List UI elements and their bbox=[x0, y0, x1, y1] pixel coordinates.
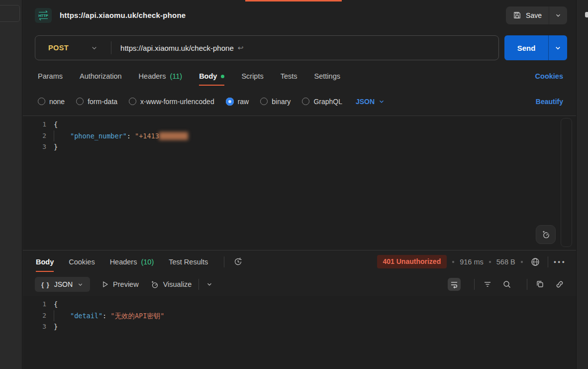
request-body-editor[interactable]: 1 { 2 "phone_number": "+1413████████ 3 } bbox=[23, 116, 576, 250]
radio-icon bbox=[76, 98, 84, 105]
search-icon bbox=[502, 280, 511, 289]
response-tab-cookies[interactable]: Cookies bbox=[69, 258, 95, 266]
response-history-button[interactable] bbox=[231, 255, 245, 268]
url-box-divider bbox=[111, 41, 111, 54]
tab-headers[interactable]: Headers (11) bbox=[139, 72, 183, 80]
send-options-button[interactable] bbox=[549, 35, 567, 60]
tab-params[interactable]: Params bbox=[38, 72, 63, 80]
method-selector[interactable] bbox=[91, 44, 98, 52]
headers-count: (11) bbox=[170, 72, 182, 80]
send-button-group: Send bbox=[504, 35, 567, 60]
token-key: "detail" bbox=[70, 312, 102, 320]
response-format-selector[interactable]: { } JSON bbox=[35, 277, 90, 292]
copy-button[interactable] bbox=[534, 278, 547, 291]
response-header-divider bbox=[224, 256, 224, 267]
indent-guide bbox=[54, 310, 70, 321]
save-options-button[interactable] bbox=[549, 6, 567, 24]
tab-body[interactable]: Body bbox=[199, 72, 224, 80]
response-tab-test-results[interactable]: Test Results bbox=[169, 258, 208, 266]
link-button[interactable] bbox=[553, 278, 566, 291]
url-input[interactable]: https://api.xiaomu.uk/check-phone bbox=[120, 44, 234, 52]
mode-form-data[interactable]: form-data bbox=[76, 98, 117, 106]
save-button-label: Save bbox=[526, 11, 542, 19]
status-badge[interactable]: 401 Unauthorized bbox=[377, 255, 447, 268]
visualize-button[interactable]: Visualize bbox=[150, 280, 192, 289]
mode-graphql[interactable]: GraphQL bbox=[302, 98, 342, 106]
redacted-phone-digits: ████████ bbox=[159, 132, 188, 140]
token-colon: : bbox=[102, 312, 110, 320]
token-brace: { bbox=[54, 121, 58, 128]
visualize-sparkle-icon bbox=[150, 280, 159, 289]
code-line: 1 { bbox=[23, 119, 576, 130]
line-number: 2 bbox=[23, 310, 54, 322]
token-colon: : bbox=[127, 132, 135, 140]
save-icon bbox=[513, 11, 521, 19]
icons-divider bbox=[527, 279, 527, 290]
postbot-button[interactable] bbox=[536, 225, 556, 244]
network-info-button[interactable] bbox=[528, 255, 542, 269]
chevron-down-icon bbox=[378, 98, 385, 105]
view-options-button[interactable] bbox=[206, 281, 213, 288]
response-tab-headers[interactable]: Headers (10) bbox=[110, 258, 154, 266]
response-status-area: 401 Unauthorized 916 ms 568 B ●●● bbox=[377, 255, 566, 269]
search-button[interactable] bbox=[500, 278, 513, 291]
tab-settings[interactable]: Settings bbox=[314, 72, 340, 80]
mode-none[interactable]: none bbox=[38, 98, 65, 106]
separator-dot bbox=[452, 261, 454, 263]
radio-icon bbox=[129, 98, 136, 105]
raw-format-selector[interactable]: JSON bbox=[356, 98, 385, 106]
history-clock-icon bbox=[233, 257, 243, 266]
response-headers-count: (10) bbox=[141, 258, 154, 266]
response-body-editor[interactable]: 1 { 2 "detail": "无效的API密钥" 3 } bbox=[23, 296, 576, 369]
tab-authorization[interactable]: Authorization bbox=[80, 72, 122, 80]
method-selector-value: POST bbox=[48, 44, 69, 52]
enter-hint-icon: ↩ bbox=[238, 44, 244, 52]
tab-tests[interactable]: Tests bbox=[281, 72, 297, 80]
response-tab-body[interactable]: Body bbox=[36, 258, 54, 266]
globe-icon bbox=[530, 257, 540, 267]
body-modified-dot bbox=[221, 75, 224, 78]
token-string: "无效的API密钥" bbox=[110, 312, 164, 320]
code-line: 2 "phone_number": "+1413████████ bbox=[23, 130, 576, 142]
icons-divider bbox=[474, 279, 475, 290]
tab-scripts[interactable]: Scripts bbox=[241, 72, 263, 80]
request-header-row: HTTP https://api.xiaomu.uk/check-phone S… bbox=[23, 0, 576, 30]
response-time[interactable]: 916 ms bbox=[460, 258, 484, 266]
chevron-down-icon bbox=[206, 281, 213, 288]
editor-scrollbar-region[interactable] bbox=[561, 118, 572, 247]
chevron-down-icon bbox=[91, 44, 98, 52]
mode-raw[interactable]: raw bbox=[226, 98, 249, 106]
send-button[interactable]: Send bbox=[504, 35, 548, 60]
filter-button[interactable] bbox=[481, 278, 494, 291]
request-title: https://api.xiaomu.uk/check-phone bbox=[60, 11, 506, 19]
save-button[interactable]: Save bbox=[506, 6, 549, 24]
active-tab-indicator bbox=[245, 0, 342, 1]
indent-guide bbox=[54, 130, 70, 141]
response-size[interactable]: 568 B bbox=[496, 258, 515, 266]
line-number: 2 bbox=[23, 130, 54, 142]
beautify-button[interactable]: Beautify bbox=[536, 98, 563, 106]
response-header-row: Body Cookies Headers (10) Test Results 4… bbox=[23, 250, 576, 273]
response-toolbar: { } JSON Preview Visualize bbox=[23, 273, 576, 296]
postbot-sparkle-icon bbox=[541, 230, 551, 240]
more-options-icon[interactable]: ●●● bbox=[554, 259, 566, 264]
collapsed-sidebar-tab[interactable] bbox=[0, 5, 20, 22]
collapsed-sidebar-rail bbox=[0, 0, 22, 369]
filter-icon bbox=[483, 280, 492, 289]
radio-icon bbox=[38, 98, 45, 105]
link-icon bbox=[555, 280, 564, 289]
mode-binary[interactable]: binary bbox=[260, 98, 291, 106]
preview-button[interactable]: Preview bbox=[101, 280, 139, 288]
url-input-box: POST https://api.xiaomu.uk/check-phone ↩ bbox=[35, 35, 499, 60]
play-preview-icon bbox=[101, 280, 109, 288]
toolbar-divider bbox=[198, 279, 199, 290]
radio-icon bbox=[302, 98, 309, 105]
separator-dot bbox=[489, 261, 491, 263]
cookies-link[interactable]: Cookies bbox=[535, 72, 563, 80]
token-key: "phone_number" bbox=[70, 132, 127, 140]
code-line: 3 } bbox=[23, 141, 576, 153]
response-toolbar-icons bbox=[448, 278, 566, 291]
wrap-text-button[interactable] bbox=[448, 278, 461, 291]
url-bar-row: POST https://api.xiaomu.uk/check-phone ↩… bbox=[23, 30, 576, 65]
mode-x-www-form-urlencoded[interactable]: x-www-form-urlencoded bbox=[129, 98, 214, 106]
